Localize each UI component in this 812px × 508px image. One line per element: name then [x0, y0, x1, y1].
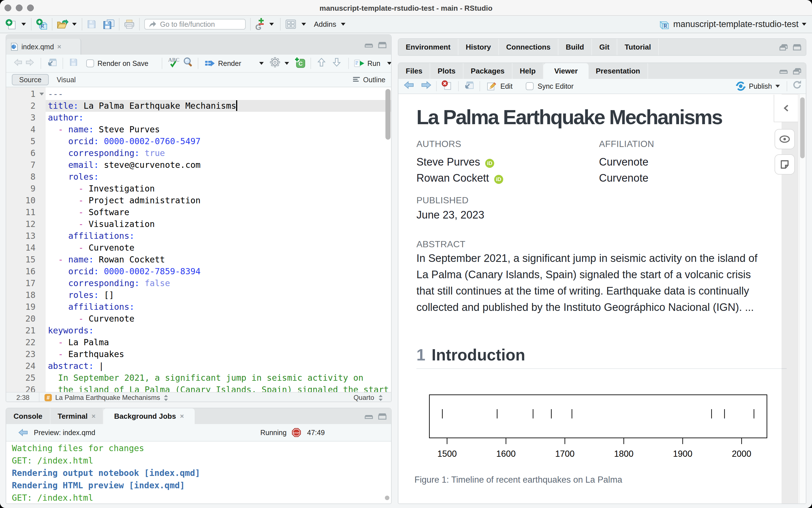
code-line[interactable]: 23 - Earthquakes — [6, 348, 391, 360]
tab-viewer[interactable]: Viewer — [543, 63, 588, 79]
run-caret[interactable] — [387, 62, 392, 65]
source-mode-button[interactable]: Source — [12, 74, 49, 85]
console-output[interactable]: Watching files for changesGET: /index.ht… — [6, 441, 391, 504]
sync-editor-checkbox[interactable] — [526, 82, 534, 90]
code-line[interactable]: 7 email: steve@curvenote.com — [6, 159, 391, 171]
code-editor[interactable]: 1---2title: La Palma Earthquake Mechanis… — [6, 87, 391, 392]
code-line[interactable]: 15 - name: Rowan Cockett — [6, 254, 391, 265]
viewer-scrollbar-thumb[interactable] — [800, 97, 805, 158]
tab-close-icon[interactable]: × — [180, 412, 184, 420]
restore-pane-icon[interactable] — [779, 43, 788, 51]
console-scrollbar-thumb[interactable] — [385, 496, 390, 500]
viewer-edit-button[interactable]: Edit — [486, 81, 513, 91]
render-caret[interactable] — [259, 62, 264, 65]
console-tab-console[interactable]: Console — [6, 408, 50, 424]
save-all-button[interactable] — [102, 17, 116, 32]
code-line[interactable]: 20 - Curvenote — [6, 313, 391, 325]
code-line[interactable]: 12 - Visualization — [6, 218, 391, 230]
language-mode[interactable]: Quarto — [354, 394, 374, 401]
orcid-icon[interactable]: iD — [494, 175, 503, 184]
panes-caret[interactable] — [301, 23, 306, 26]
code-line[interactable]: 18 roles: [] — [6, 289, 391, 301]
vcs-button[interactable]: G — [253, 17, 266, 32]
show-highlights-button[interactable] — [775, 129, 795, 149]
code-line[interactable]: 24abstract: | — [6, 360, 391, 372]
code-line[interactable]: 26 the island of La Palma (Canary Island… — [6, 384, 391, 392]
code-line[interactable]: 17 corresponding: false — [6, 278, 391, 289]
project-menu-button[interactable]: R manuscript-template-rstudio-test — [659, 16, 807, 33]
code-line[interactable]: 3author: — [6, 112, 391, 124]
code-line[interactable]: 10 - Project administration — [6, 195, 391, 206]
console-tab-terminal[interactable]: Terminal× — [50, 408, 104, 424]
run-previous-button[interactable] — [317, 57, 326, 69]
save-button[interactable] — [85, 17, 98, 32]
code-line[interactable]: 25 In September 2021, a significant jump… — [6, 372, 391, 384]
run-button[interactable]: Run — [354, 59, 380, 68]
editor-scrollbar-thumb[interactable] — [385, 89, 391, 140]
minimize-pane-icon[interactable] — [779, 67, 788, 75]
open-file-button[interactable] — [55, 17, 70, 32]
run-next-button[interactable] — [332, 57, 341, 69]
viewer-back-button[interactable] — [403, 81, 414, 91]
viewer-popout-button[interactable] — [464, 81, 474, 92]
viewer-clear-button[interactable] — [441, 80, 452, 92]
editor-forward-button[interactable] — [25, 58, 34, 69]
viewer-forward-button[interactable] — [421, 81, 432, 91]
render-button[interactable]: Render — [205, 59, 241, 68]
tab-build[interactable]: Build — [559, 39, 592, 55]
editor-tab-indexqmd[interactable]: index.qmd × — [6, 39, 81, 55]
editor-save-button[interactable] — [69, 57, 78, 69]
editor-tab-close-icon[interactable]: × — [57, 43, 61, 51]
console-back-button[interactable] — [17, 425, 29, 440]
tab-git[interactable]: Git — [592, 39, 617, 55]
code-line[interactable]: 21keywords: — [6, 325, 391, 337]
code-line[interactable]: 2title: La Palma Earthquake Mechanisms — [6, 100, 391, 112]
render-on-save-checkbox[interactable] — [86, 59, 94, 67]
panes-layout-button[interactable] — [283, 17, 298, 32]
annotation-collapse-button[interactable] — [774, 95, 798, 122]
code-line[interactable]: 1--- — [6, 88, 391, 100]
tab-packages[interactable]: Packages — [463, 63, 513, 79]
tab-presentation[interactable]: Presentation — [588, 63, 648, 79]
tab-connections[interactable]: Connections — [499, 39, 559, 55]
code-line[interactable]: 4 - name: Steve Purves — [6, 124, 391, 135]
maximize-pane-icon[interactable] — [378, 413, 387, 420]
code-line[interactable]: 13 affiliations: — [6, 230, 391, 242]
orcid-icon[interactable]: iD — [485, 159, 494, 168]
viewer-refresh-button[interactable] — [792, 80, 802, 92]
tab-close-icon[interactable]: × — [91, 412, 95, 420]
code-line[interactable]: 6 corresponding: true — [6, 147, 391, 159]
stop-job-button[interactable]: STOP — [292, 428, 301, 439]
new-project-button[interactable]: R — [34, 17, 49, 32]
tab-environment[interactable]: Environment — [398, 39, 458, 55]
code-line[interactable]: 14 - Curvenote — [6, 242, 391, 254]
code-line[interactable]: 5 orcid: 0000-0002-0760-5497 — [6, 135, 391, 147]
code-line[interactable]: 16 orcid: 0000-0002-7859-8394 — [6, 265, 391, 278]
insert-chunk-button[interactable]: C — [294, 56, 306, 71]
new-file-button[interactable] — [4, 17, 18, 32]
tab-tutorial[interactable]: Tutorial — [617, 39, 659, 55]
visual-mode-button[interactable]: Visual — [56, 76, 76, 84]
tab-plots[interactable]: Plots — [430, 63, 463, 79]
code-line[interactable]: 19 affiliations: — [6, 301, 391, 313]
new-file-caret[interactable] — [22, 23, 26, 26]
publish-caret[interactable] — [775, 85, 780, 88]
tab-help[interactable]: Help — [513, 63, 543, 79]
tab-history[interactable]: History — [458, 39, 499, 55]
spellcheck-button[interactable]: ABC — [167, 56, 180, 70]
statusbar-outline-item[interactable]: La Palma Earthquake Mechanisms — [55, 394, 160, 401]
new-note-button[interactable] — [775, 154, 795, 175]
code-line[interactable]: 9 - Investigation — [6, 183, 391, 195]
vcs-caret[interactable] — [269, 23, 274, 26]
restore-pane-icon[interactable] — [793, 67, 801, 75]
open-recent-caret[interactable] — [72, 23, 77, 26]
code-line[interactable]: 11 - Software — [6, 206, 391, 218]
tab-files[interactable]: Files — [398, 63, 430, 79]
publish-button[interactable]: Publish — [736, 81, 780, 91]
find-replace-button[interactable] — [183, 57, 194, 70]
code-line[interactable]: 22 - La Palma — [6, 337, 391, 348]
print-button[interactable] — [122, 17, 136, 32]
addins-button[interactable]: Addins — [313, 17, 337, 32]
addins-caret[interactable] — [341, 23, 346, 26]
editor-back-button[interactable] — [13, 58, 23, 69]
